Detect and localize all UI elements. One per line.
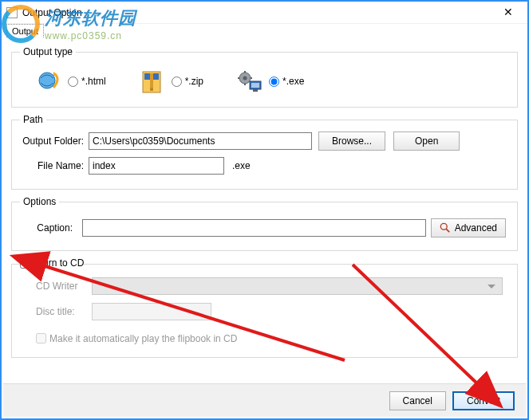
output-type-group: Output type *.html *.zip [11,46,518,108]
burn-to-cd-checkbox[interactable]: Burn to CD [20,257,84,269]
svg-rect-13 [251,83,259,88]
options-group: Options Caption: Advanced [11,196,518,251]
radio-exe-label: *.exe [282,76,304,87]
options-legend: Options [20,196,59,207]
zip-icon [140,69,165,94]
radio-html-label: *.html [81,76,106,87]
radio-zip-input[interactable] [172,77,182,87]
filename-ext: .exe [232,160,251,171]
filename-label: File Name: [20,160,89,171]
output-type-zip-radio[interactable]: *.zip [172,76,203,87]
radio-html-input[interactable] [68,77,78,87]
radio-exe-input[interactable] [269,77,279,87]
caption-row: Caption: Advanced [20,214,509,242]
burn-legend-text: urn to CD [43,257,84,269]
app-icon [6,7,18,18]
path-group: Path Output Folder: Browse... Open File … [11,114,518,190]
output-type-legend: Output type [20,46,76,57]
svg-line-16 [446,229,449,232]
browse-button[interactable]: Browse... [318,131,385,151]
convert-button[interactable]: Convert [452,391,515,410]
cd-writer-label: CD Writer [36,281,92,292]
output-folder-label: Output Folder: [20,135,89,147]
advanced-label: Advanced [455,222,497,234]
autoplay-checkbox: Make it automatically play the flipbook … [36,333,237,344]
window-title: Output Option [22,7,494,18]
output-folder-row: Output Folder: Browse... Open [20,131,509,151]
burn-checkbox-input[interactable] [20,258,30,269]
caption-input[interactable] [82,219,426,237]
disc-title-input [92,303,211,320]
burn-group: Burn to CD CD Writer Disc title: Make it… [11,257,518,358]
cd-writer-combo [92,277,503,295]
output-type-row: *.html *.zip [20,64,509,99]
caption-label: Caption: [23,222,77,234]
globe-icon [36,69,61,94]
output-type-html-radio[interactable]: *.html [68,76,106,87]
radio-zip-label: *.zip [185,76,203,87]
disc-title-row: Disc title: [36,303,503,320]
cancel-button[interactable]: Cancel [389,391,446,410]
open-button[interactable]: Open [393,131,460,151]
disc-title-label: Disc title: [36,306,92,317]
svg-point-7 [243,77,247,80]
advanced-button[interactable]: Advanced [431,218,506,237]
exe-icon [237,69,263,94]
tab-output[interactable]: Output [6,24,44,37]
title-bar: Output Option ✕ [2,2,527,24]
autoplay-label: Make it automatically play the flipbook … [49,333,237,344]
filename-row: File Name: .exe [20,157,509,175]
output-folder-input[interactable] [89,132,312,150]
svg-rect-14 [253,89,258,92]
cd-writer-row: CD Writer [36,277,503,295]
filename-input[interactable] [89,157,224,175]
output-type-exe-radio[interactable]: *.exe [269,76,304,87]
magnifier-icon [440,222,451,234]
svg-point-5 [150,88,153,91]
content-area: Output type *.html *.zip [2,40,527,358]
svg-point-15 [440,223,447,230]
path-legend: Path [20,114,46,125]
tab-header: Output [2,24,527,40]
autoplay-checkbox-input [36,333,46,343]
dialog-footer: Cancel Convert [3,383,526,417]
close-button[interactable]: ✕ [494,3,523,22]
